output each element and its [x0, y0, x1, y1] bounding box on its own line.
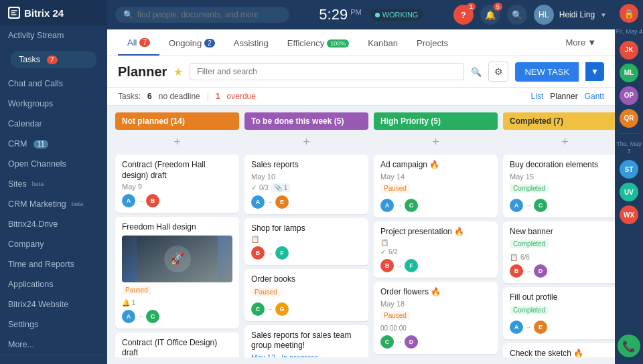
sidebar-item-crm[interactable]: CRM 11	[0, 134, 107, 154]
avatar: E	[275, 195, 289, 209]
bell-button[interactable]: 🔔 5	[480, 5, 500, 25]
col-completed-add[interactable]: +	[503, 134, 615, 151]
sidebar-item-label: More...	[8, 340, 34, 349]
sidebar-item-crm-marketing[interactable]: CRM Marketing beta	[0, 194, 107, 214]
mini-avatar-7[interactable]: WX	[620, 205, 638, 224]
task-card[interactable]: Check the sketch 🔥 📋 4/4 C → F	[503, 343, 615, 357]
search-icon: 🔍	[123, 10, 133, 19]
avatar: F	[405, 259, 418, 272]
task-image: 🚀	[122, 236, 232, 282]
filter-input[interactable]	[190, 63, 464, 80]
settings-button[interactable]: ⚙	[488, 62, 508, 82]
new-task-button[interactable]: NEW TASK	[515, 62, 579, 82]
sidebar-item-activity[interactable]: Activity Stream	[0, 25, 107, 46]
mini-avatar-2[interactable]: ML	[620, 64, 638, 82]
configure-menu[interactable]: ⚙ CONFIGURE MENU	[0, 359, 107, 364]
col-this-week-add[interactable]: +	[244, 134, 368, 151]
task-card[interactable]: Buy decoration elements May 15 Completed…	[503, 155, 615, 217]
tab-efficiency-badge: 100%	[327, 39, 349, 48]
task-card[interactable]: Sales reports for sales team group meeti…	[244, 325, 368, 357]
sidebar-item-website[interactable]: Bitrix24 Website	[0, 294, 107, 314]
avatar: B	[510, 264, 523, 278]
sidebar-item-calendar[interactable]: Calendar	[0, 114, 107, 134]
tabs-bar: All 7 Ongoing 2 Assisting Efficiency 100…	[107, 29, 615, 56]
sidebar-item-drive[interactable]: Bitrix24.Drive	[0, 214, 107, 234]
col-this-week-header: To be done this week (5)	[244, 112, 368, 130]
mini-avatar-3[interactable]: OP	[620, 86, 638, 105]
col-not-planned-add[interactable]: +	[115, 134, 239, 151]
sidebar-item-sites[interactable]: Sites beta	[0, 174, 107, 194]
col-high-priority-header: High Priority (5)	[374, 112, 498, 130]
avatar: C	[405, 199, 418, 212]
avatar: C	[146, 310, 159, 323]
question-button[interactable]: ? 1	[453, 5, 474, 25]
avatar: D	[534, 264, 547, 278]
sidebar-item-company[interactable]: Company	[0, 234, 107, 254]
sidebar-item-open-channels[interactable]: Open Channels	[0, 154, 107, 174]
divider	[619, 133, 639, 134]
sidebar-item-chat[interactable]: Chat and Calls	[0, 74, 107, 94]
col-high-priority-add[interactable]: +	[374, 134, 498, 151]
tab-projects[interactable]: Projects	[407, 30, 457, 55]
sidebar-item-label: Time and Reports	[8, 260, 74, 269]
task-card[interactable]: Sales reports May 10 ✓ 0/3 📎 1 A → E	[244, 155, 368, 214]
content-area: Planner ★ 🔍 ⚙ NEW TASK ▼ Tasks: 6 no dea…	[107, 56, 615, 364]
task-card[interactable]: New banner Completed 📋 6/6 B → D	[503, 221, 615, 284]
sidebar-item-label: Sites	[8, 179, 27, 189]
task-card-fill-profile[interactable]: Fill out profile Completed A → E	[503, 287, 615, 339]
overdue-count: 1	[216, 92, 220, 101]
task-card[interactable]: Order books Paused C → G	[244, 269, 368, 321]
more-button[interactable]: More ▼	[558, 32, 605, 53]
mini-avatar-6[interactable]: UV	[620, 183, 638, 201]
mini-avatar-5[interactable]: ST	[620, 160, 638, 179]
sidebar-item-reports[interactable]: Time and Reports	[0, 254, 107, 274]
star-icon[interactable]: ★	[173, 66, 183, 78]
svg-text:🚀: 🚀	[171, 252, 184, 265]
tab-all[interactable]: All 7	[118, 29, 159, 56]
logo-text: Bitrix 24	[24, 7, 64, 19]
search-filter-icon: 🔍	[471, 67, 482, 77]
sidebar-item-settings[interactable]: Settings	[0, 314, 107, 335]
gantt-view-button[interactable]: Gantt	[585, 92, 604, 101]
mini-avatar-1[interactable]: JK	[620, 41, 638, 60]
col-completed: Completed (7) + Buy decoration elements …	[503, 112, 615, 357]
sidebar-item-more[interactable]: More...	[0, 335, 107, 355]
task-card[interactable]: Contract (IT Office Design) draft May 17…	[115, 333, 239, 357]
tab-assisting[interactable]: Assisting	[224, 30, 278, 55]
new-task-arrow-button[interactable]: ▼	[585, 62, 604, 81]
search-button[interactable]: 🔍	[507, 5, 527, 25]
notif-count: 1	[467, 3, 476, 11]
time-value: 5:29	[319, 6, 348, 23]
col-not-planned-header: Not planned (14)	[115, 112, 239, 130]
chevron-down-icon: ▼	[587, 37, 596, 48]
tab-kanban[interactable]: Kanban	[358, 30, 407, 55]
sidebar-item-label: Company	[8, 240, 44, 249]
date-label-1: Fri, May 4	[616, 27, 642, 37]
task-card-shop-lamps[interactable]: Shop for lamps 📋 B → F	[244, 218, 368, 266]
planner-header: Planner ★ 🔍 ⚙ NEW TASK ▼	[107, 56, 615, 88]
sidebar-item-tasks[interactable]: Tasks 7	[11, 51, 96, 68]
tab-efficiency[interactable]: Efficiency 100%	[278, 30, 358, 55]
working-status[interactable]: WORKING	[370, 9, 424, 21]
phone-button[interactable]: 📞	[618, 335, 640, 357]
list-view-button[interactable]: List	[531, 92, 544, 101]
task-card[interactable]: Contract (Freedom Hall design) draft May…	[115, 155, 239, 213]
sidebar-item-applications[interactable]: Applications	[0, 274, 107, 294]
tab-ongoing[interactable]: Ongoing 2	[159, 30, 224, 55]
task-card[interactable]: Order flowers 🔥 May 18 Paused 00:00:00 C…	[374, 282, 498, 354]
task-card[interactable]: Freedom Hall design 🚀 Paused 🔔 1 A → C	[115, 217, 239, 329]
mini-avatar-4[interactable]: QR	[620, 109, 638, 128]
lock-button[interactable]: 🔒	[620, 4, 638, 23]
search-box[interactable]: 🔍	[115, 7, 289, 23]
avatar: G	[275, 302, 289, 316]
bell-count: 5	[494, 3, 502, 11]
user-area[interactable]: HL Heidi Ling ▼	[534, 5, 607, 25]
avatar: B	[146, 194, 159, 207]
planner-view-button[interactable]: Planner	[550, 92, 577, 101]
working-dot	[375, 13, 380, 17]
task-card[interactable]: Project presentation 🔥 📋 ✓ 6/2 B → F	[374, 221, 498, 278]
task-card[interactable]: Ad campaign 🔥 May 14 Paused A → C	[374, 155, 498, 217]
sidebar-item-workgroups[interactable]: Workgroups	[0, 94, 107, 114]
col-completed-header: Completed (7)	[503, 112, 615, 130]
search-input[interactable]	[137, 10, 258, 19]
